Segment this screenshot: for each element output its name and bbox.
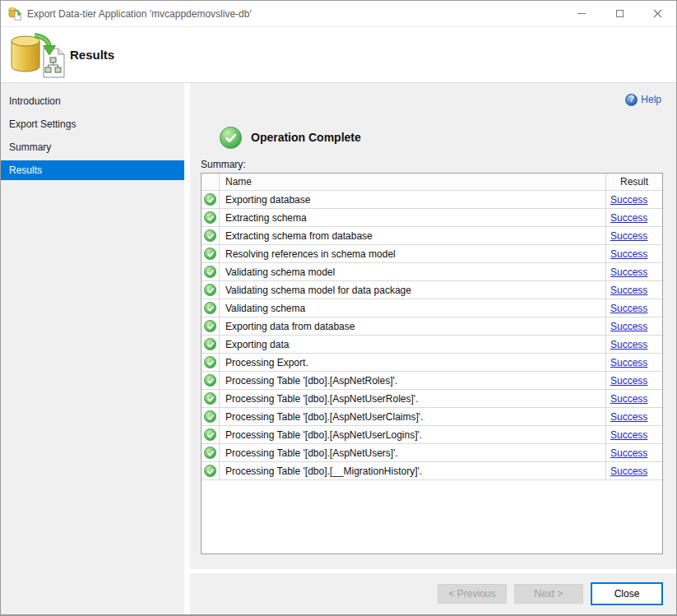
window-title: Export Data-tier Application 'mvcappdemo…: [27, 8, 252, 20]
row-result-link[interactable]: Success: [606, 230, 647, 242]
row-icon-cell: [202, 209, 220, 226]
row-name: Processing Export.: [220, 354, 606, 371]
close-button[interactable]: Close: [591, 582, 663, 605]
row-name: Processing Table '[dbo].[AspNetUserRoles…: [220, 390, 606, 407]
row-name: Extracting schema: [220, 209, 606, 226]
table-row: Processing Table '[dbo].[AspNetUsers]'. …: [202, 444, 662, 462]
row-name: Exporting data from database: [220, 317, 606, 335]
row-result-link[interactable]: Success: [606, 321, 647, 332]
table-row: Exporting data from database Success: [202, 317, 662, 336]
row-result-link[interactable]: Success: [606, 248, 647, 260]
table-row: Extracting schema Success: [202, 209, 662, 227]
success-check-icon: [204, 193, 216, 206]
help-row: Help: [190, 83, 676, 108]
minimize-button[interactable]: [563, 1, 600, 26]
success-check-icon: [204, 211, 216, 224]
success-check-icon: [204, 356, 216, 368]
row-name: Validating schema model for data package: [220, 281, 606, 299]
help-label: Help: [641, 94, 661, 105]
success-check-icon: [204, 266, 216, 278]
header-cell-result[interactable]: Result: [606, 174, 662, 190]
export-dacpac-wizard-window: Export Data-tier Application 'mvcappdemo…: [0, 0, 677, 616]
row-name: Processing Table '[dbo].[AspNetRoles]'.: [220, 372, 606, 389]
export-data-tier-app-icon: [8, 7, 22, 21]
sidebar-item-results[interactable]: Results: [1, 160, 184, 180]
row-result-cell: Success: [606, 299, 662, 317]
table-row: Extracting schema from database Success: [202, 227, 662, 245]
row-result-link[interactable]: Success: [606, 285, 647, 296]
table-row: Exporting data Success: [202, 336, 662, 354]
close-window-button[interactable]: [638, 1, 676, 26]
sidebar-item-summary[interactable]: Summary: [1, 137, 184, 157]
row-result-cell: Success: [606, 209, 662, 226]
row-icon-cell: [202, 354, 220, 371]
row-icon-cell: [202, 444, 220, 461]
row-icon-cell: [202, 281, 220, 299]
success-check-icon: [204, 428, 216, 441]
row-result-cell: Success: [606, 336, 662, 353]
row-result-link[interactable]: Success: [606, 339, 647, 350]
success-check-icon: [204, 302, 216, 314]
row-result-link[interactable]: Success: [606, 375, 647, 387]
row-icon-cell: [202, 299, 220, 317]
row-icon-cell: [202, 426, 220, 443]
sidebar-item-introduction[interactable]: Introduction: [1, 91, 184, 111]
sidebar-item-export-settings[interactable]: Export Settings: [1, 114, 184, 134]
help-icon: [625, 94, 638, 106]
header-cell-name[interactable]: Name: [220, 174, 606, 190]
row-name: Processing Table '[dbo].[AspNetUserLogin…: [220, 426, 606, 443]
row-result-link[interactable]: Success: [606, 411, 647, 423]
export-database-icon: [7, 32, 68, 78]
row-result-link[interactable]: Success: [606, 357, 647, 368]
success-check-icon: [204, 320, 216, 332]
row-result-link[interactable]: Success: [606, 212, 647, 224]
operation-success-icon: [220, 127, 242, 149]
help-link[interactable]: Help: [625, 94, 661, 106]
success-check-icon: [204, 284, 216, 296]
maximize-icon: [616, 10, 624, 17]
row-result-cell: Success: [606, 444, 662, 461]
previous-button[interactable]: < Previous: [438, 584, 507, 604]
success-check-icon: [204, 338, 216, 350]
row-result-link[interactable]: Success: [606, 303, 647, 314]
row-icon-cell: [202, 227, 220, 244]
row-result-link[interactable]: Success: [606, 447, 647, 459]
row-result-cell: Success: [606, 372, 662, 389]
row-name: Processing Table '[dbo].[AspNetUsers]'.: [220, 444, 606, 461]
row-result-link[interactable]: Success: [606, 266, 647, 278]
row-result-link[interactable]: Success: [606, 465, 647, 477]
table-row: Processing Table '[dbo].[AspNetUserClaim…: [202, 408, 662, 426]
row-name: Validating schema model: [220, 263, 606, 280]
row-icon-cell: [202, 462, 220, 479]
table-row: Validating schema Success: [202, 299, 662, 317]
row-result-link[interactable]: Success: [606, 194, 647, 206]
close-icon: [653, 9, 662, 18]
row-name: Exporting database: [220, 191, 606, 208]
success-check-icon: [204, 229, 216, 242]
status-title: Operation Complete: [251, 131, 361, 144]
row-result-cell: Success: [606, 462, 662, 479]
row-icon-cell: [202, 191, 220, 208]
row-icon-cell: [202, 390, 220, 407]
row-result-link[interactable]: Success: [606, 429, 647, 441]
row-icon-cell: [202, 372, 220, 389]
row-result-cell: Success: [606, 227, 662, 244]
next-button[interactable]: Next >: [514, 584, 583, 604]
wizard-body: Introduction Export Settings Summary Res…: [1, 83, 676, 614]
main-spacer: [190, 554, 676, 569]
table-row: Processing Table '[dbo].[AspNetRoles]'. …: [202, 372, 662, 390]
success-check-icon: [204, 447, 216, 459]
table-row: Exporting database Success: [202, 191, 662, 209]
page-title: Results: [70, 48, 114, 62]
minimize-icon: [577, 13, 586, 14]
table-row: Validating schema model Success: [202, 263, 662, 281]
caption-buttons: [563, 1, 676, 26]
sidebar-divider: [184, 83, 190, 614]
success-check-icon: [204, 374, 216, 387]
success-check-icon: [204, 410, 216, 423]
maximize-button[interactable]: [600, 1, 638, 26]
summary-table-body: Exporting database Success Extracting sc…: [202, 191, 662, 553]
row-name: Exporting data: [220, 336, 606, 353]
row-name: Processing Table '[dbo].[__MigrationHist…: [220, 462, 606, 479]
row-result-link[interactable]: Success: [606, 393, 647, 405]
